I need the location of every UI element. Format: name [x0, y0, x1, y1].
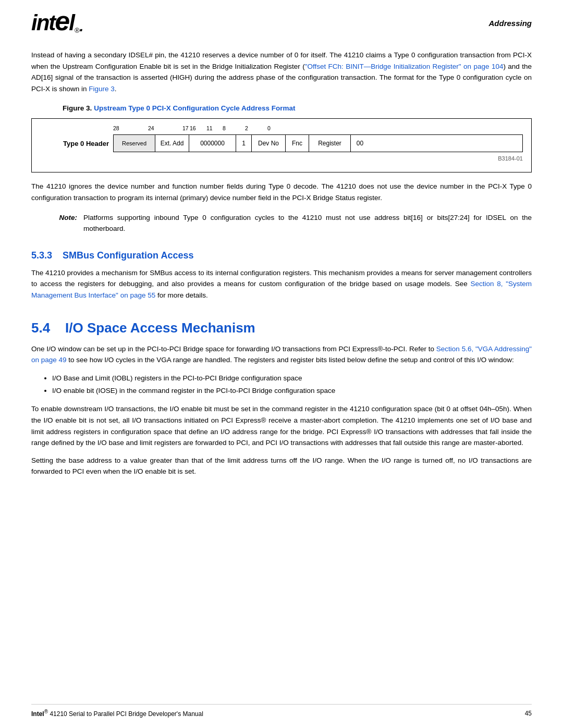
logo-registered: ®	[75, 27, 80, 34]
cell-1: 1	[236, 135, 252, 152]
section-533-text2: for more details.	[155, 291, 208, 299]
intro-link1[interactable]: "Offset FCh: BINIT—Bridge Initialization…	[305, 63, 504, 70]
cell-0000000: 0000000	[189, 135, 236, 152]
intel-logo: intel®.	[31, 10, 83, 34]
section-533-text1: The 41210 provides a mechanism for SMBus…	[31, 269, 532, 288]
section-54-text1: One I/O window can be set up in the PCI-…	[31, 345, 436, 353]
cell-devno: Dev No	[252, 135, 286, 152]
section-54-number: 5.4	[31, 320, 50, 336]
intro-text-3: .	[115, 85, 117, 93]
footer-intel: Intel	[31, 710, 44, 718]
section-533-heading: 5.3.3 SMBus Configuration Access	[31, 250, 532, 261]
cell-extadd: Ext. Add	[155, 135, 189, 152]
note-label: Note:	[31, 212, 83, 235]
bit-numbers: 28 24 17 16 11 8 2 0	[113, 125, 523, 134]
logo-text: intel	[31, 10, 74, 34]
main-content: Instead of having a secondary IDSEL# pin…	[0, 34, 563, 488]
figure-number: Figure 3.	[63, 104, 92, 112]
cell-register: Register	[309, 135, 351, 152]
diagram-cells: Reserved Ext. Add 0000000 1 Dev No Fnc R…	[113, 134, 523, 152]
after-figure-text: The 41210 ignores the device number and …	[31, 181, 532, 203]
section-54-para1: One I/O window can be set up in the PCI-…	[31, 343, 532, 366]
bit-2: 2	[245, 125, 248, 131]
logo-dot-shape: .	[80, 19, 84, 34]
page-number: 45	[525, 710, 532, 717]
list-item: I/O enable bit (IOSE) in the command reg…	[52, 385, 532, 397]
bit-28: 28	[113, 125, 119, 131]
section-54-heading: 5.4 I/O Space Access Mechanism	[31, 320, 532, 336]
footer-subtitle: 41210 Serial to Parallel PCI Bridge Deve…	[48, 710, 203, 718]
section-54-text1b: to see how I/O cycles in the VGA range a…	[67, 356, 514, 364]
section-54-para2: To enable downstream I/O transactions, t…	[31, 403, 532, 448]
diagram-box: 28 24 17 16 11 8 2 0 Type 0 Header Reser…	[31, 118, 532, 172]
header-section-title: Addressing	[488, 19, 532, 28]
cell-fnc: Fnc	[286, 135, 309, 152]
intro-link2[interactable]: Figure 3	[89, 85, 115, 93]
section-54-para3: Setting the base address to a value grea…	[31, 455, 532, 477]
section-54-title: I/O Space Access Mechanism	[65, 320, 255, 336]
diagram-id: B3184-01	[40, 155, 523, 162]
footer-reg: ®	[44, 709, 48, 714]
bit-8: 8	[223, 125, 226, 131]
page-footer: Intel® 41210 Serial to Parallel PCI Brid…	[31, 704, 532, 718]
note-text: Platforms supporting inbound Type 0 conf…	[83, 212, 532, 235]
bit-11: 11	[206, 125, 213, 131]
footer-title: Intel® 41210 Serial to Parallel PCI Brid…	[31, 709, 203, 718]
list-item: I/O Base and Limit (IOBL) registers in t…	[52, 372, 532, 385]
intro-paragraph: Instead of having a secondary IDSEL# pin…	[31, 50, 532, 94]
section-533-body: The 41210 provides a mechanism for SMBus…	[31, 267, 532, 301]
cell-00: 00	[351, 135, 369, 152]
bit-0: 0	[267, 125, 271, 131]
figure-title: Upstream Type 0 PCI-X Configuration Cycl…	[94, 104, 295, 112]
figure-label: Figure 3. Upstream Type 0 PCI-X Configur…	[63, 104, 532, 112]
bit-24: 24	[148, 125, 154, 131]
section-533-title: SMBus Configuration Access	[63, 250, 193, 261]
bit-16: 16	[190, 125, 196, 131]
bit-17: 17	[182, 125, 189, 131]
bullet-list: I/O Base and Limit (IOBL) registers in t…	[52, 372, 532, 398]
note-block: Note: Platforms supporting inbound Type …	[31, 212, 532, 235]
row-label: Type 0 Header	[40, 140, 113, 147]
section-533-number: 5.3.3	[31, 250, 52, 261]
page-header: intel®. Addressing	[0, 0, 563, 34]
cell-reserved: Reserved	[114, 135, 155, 152]
diagram-row: Type 0 Header Reserved Ext. Add 0000000 …	[40, 134, 523, 152]
